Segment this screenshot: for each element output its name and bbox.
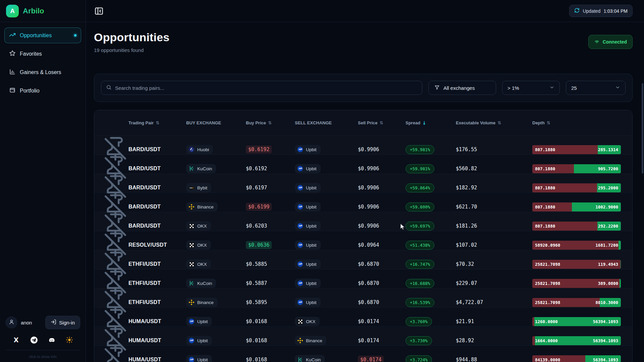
depth-bar: 1260.0000 56394.1093 bbox=[532, 317, 621, 326]
trending-up-icon bbox=[9, 32, 16, 40]
last-updated-pill[interactable]: Updated 1:03:04 PM bbox=[569, 5, 633, 17]
kucoin-icon bbox=[297, 357, 303, 362]
sidebar-item-portfolio[interactable]: Portfolio bbox=[4, 83, 81, 99]
exchange-filter-button[interactable]: All exchanges bbox=[428, 81, 496, 95]
depth-sell-value: 56394.1093 bbox=[593, 336, 618, 345]
spread-filter-select[interactable]: > 1% bbox=[502, 81, 560, 95]
wallet-icon bbox=[9, 87, 16, 95]
executable-volume: $21.91 bbox=[456, 318, 532, 324]
depth-sell-segment bbox=[620, 279, 621, 288]
limit-select[interactable]: 25 bbox=[566, 81, 626, 95]
upbit-icon: UP bbox=[297, 280, 303, 286]
upbit-icon: UP bbox=[297, 223, 303, 229]
table-row[interactable]: BARD/USDT Huobi $0.6192 UPUpbit $0.9906 … bbox=[94, 135, 632, 155]
sidebar-item-label: Portfolio bbox=[20, 88, 40, 94]
table-row[interactable]: HUMA/USDT UPUpbit $0.0168 KuCoin $0.0174… bbox=[94, 346, 632, 362]
depth-bar: 1664.0000 56394.1093 bbox=[532, 336, 621, 345]
table-row[interactable]: BARD/USDT OKX $0.6203 UPUpbit $0.9906 +5… bbox=[94, 212, 632, 231]
search-input[interactable] bbox=[115, 85, 417, 91]
sign-in-label: Sign-in bbox=[59, 320, 75, 325]
depth-buy-value: 25821.7098 bbox=[535, 279, 560, 288]
sidebar-nav: Opportunities Favorites Gainers & Losers bbox=[0, 22, 86, 107]
scrollbar-thumb[interactable] bbox=[642, 83, 643, 174]
sell-exchange-chip: OKX bbox=[295, 317, 320, 326]
depth-sell-value: 285.1314 bbox=[598, 145, 618, 154]
column-spread[interactable]: Spread bbox=[406, 120, 456, 126]
buy-exchange-chip: KuCoin bbox=[186, 164, 216, 173]
sell-price: $0.0174 bbox=[358, 357, 406, 362]
executable-volume: $182.92 bbox=[456, 185, 532, 191]
chevron-down-icon bbox=[615, 85, 620, 91]
spread-badge: +3.724% bbox=[406, 355, 432, 362]
upbit-icon: UP bbox=[189, 318, 195, 324]
upbit-icon: UP bbox=[297, 146, 303, 153]
svg-text:UP: UP bbox=[299, 148, 302, 151]
limit-value: 25 bbox=[571, 85, 577, 91]
buy-price: $0.5887 bbox=[246, 280, 295, 286]
okx-icon bbox=[189, 242, 195, 248]
depth-bar: 807.1880 285.1314 bbox=[532, 145, 621, 154]
results-count: 19 opportunities found bbox=[94, 47, 169, 53]
depth-sell-value: 295.2000 bbox=[598, 183, 618, 192]
live-dot bbox=[74, 34, 76, 37]
depth-buy-segment bbox=[532, 336, 535, 345]
okx-icon bbox=[189, 223, 195, 229]
sell-exchange-chip: UPUpbit bbox=[295, 221, 321, 231]
buy-exchange-chip: OKX bbox=[186, 259, 211, 269]
table-row[interactable]: ETHFI/USDT OKX $0.5885 UPUpbit $0.6870 +… bbox=[94, 250, 632, 269]
executable-volume: $560.82 bbox=[456, 166, 532, 172]
connection-status-badge: Connected bbox=[588, 35, 633, 49]
trading-pair: HUMA/USDT bbox=[128, 357, 186, 362]
page-title: Opportunities bbox=[94, 31, 169, 44]
column-depth[interactable]: Depth bbox=[532, 120, 624, 125]
depth-sell-value: 1681.7200 bbox=[595, 241, 618, 250]
sign-in-button[interactable]: Sign-in bbox=[45, 316, 80, 329]
sidebar-item-gainers-losers[interactable]: Gainers & Losers bbox=[4, 64, 81, 80]
buy-exchange-chip: UPUpbit bbox=[186, 317, 212, 326]
depth-sell-value: 292.2200 bbox=[598, 222, 618, 231]
upbit-icon: UP bbox=[297, 204, 303, 210]
depth-sell-value: 905.7200 bbox=[598, 164, 618, 173]
sell-exchange-chip: UPUpbit bbox=[295, 279, 321, 288]
column-trading-pair[interactable]: Trading Pair bbox=[128, 120, 186, 125]
table-row[interactable]: BARD/USDT BYBITBybit $0.6197 UPUpbit $0.… bbox=[94, 174, 632, 193]
table-row[interactable]: HUMA/USDT UPUpbit $0.0168 Binance $0.017… bbox=[94, 326, 632, 346]
column-executable-volume[interactable]: Executable Volume bbox=[456, 120, 532, 125]
upbit-icon: UP bbox=[189, 338, 195, 344]
trading-pair: HUMA/USDT bbox=[128, 318, 186, 324]
footer-hint[interactable]: click to show info bbox=[0, 350, 86, 362]
upbit-icon: UP bbox=[297, 166, 303, 172]
user-icon bbox=[8, 319, 15, 326]
upbit-icon: UP bbox=[297, 185, 303, 191]
table-row[interactable]: BARD/USDT Binance $0.6199 UPUpbit $0.990… bbox=[94, 193, 632, 212]
svg-text:UP: UP bbox=[190, 339, 194, 342]
avatar[interactable] bbox=[5, 316, 17, 328]
buy-price: $0.0168 bbox=[246, 338, 295, 344]
discord-icon[interactable] bbox=[48, 336, 56, 344]
sidebar-item-label: Gainers & Losers bbox=[20, 69, 61, 75]
depth-sell-value: 389.0800 bbox=[598, 279, 618, 288]
depth-bar: 807.1880 905.7200 bbox=[532, 164, 621, 173]
spread-badge: +59.981% bbox=[406, 164, 434, 173]
table-row[interactable]: HUMA/USDT UPUpbit $0.0168 OKX $0.0174 +3… bbox=[94, 307, 632, 326]
column-buy-price[interactable]: Buy Price bbox=[246, 120, 295, 125]
theme-sun-icon[interactable] bbox=[65, 336, 73, 344]
column-sell-price[interactable]: Sell Price bbox=[358, 120, 406, 125]
x-twitter-icon[interactable]: X bbox=[12, 336, 20, 344]
sidebar-collapse-button[interactable] bbox=[94, 6, 104, 16]
table-row[interactable]: BARD/USDT KuCoin $0.6192 UPUpbit $0.9906… bbox=[94, 155, 632, 174]
table-row[interactable]: ETHFI/USDT KuCoin $0.5887 UPUpbit $0.687… bbox=[94, 269, 632, 288]
table-row[interactable]: RESOLV/USDT OKX $0.0636 UPUpbit $0.0964 … bbox=[94, 231, 632, 250]
brand[interactable]: A Arbilo bbox=[0, 0, 86, 22]
trading-pair: BARD/USDT bbox=[128, 223, 186, 229]
username: anon bbox=[21, 320, 32, 325]
buy-price: $0.5895 bbox=[246, 299, 295, 305]
buy-price: $0.0168 bbox=[246, 318, 295, 324]
telegram-icon[interactable] bbox=[30, 336, 38, 344]
sidebar-item-opportunities[interactable]: Opportunities bbox=[4, 27, 81, 43]
sidebar-item-favorites[interactable]: Favorites bbox=[4, 46, 81, 62]
svg-text:BYBIT: BYBIT bbox=[190, 187, 194, 189]
sell-price: $0.9906 bbox=[358, 223, 406, 229]
svg-text:UP: UP bbox=[299, 205, 302, 208]
table-row[interactable]: ETHFI/USDT Binance $0.5895 UPUpbit $0.68… bbox=[94, 288, 632, 307]
